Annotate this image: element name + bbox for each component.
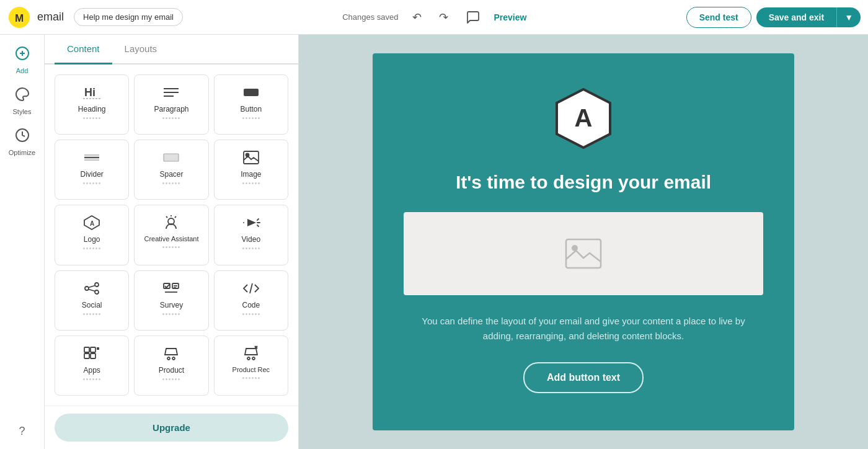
block-creative-dots (162, 246, 180, 248)
block-apps[interactable]: Apps (55, 336, 129, 396)
block-product-label: Product (159, 366, 184, 375)
block-spacer[interactable]: Spacer (134, 140, 208, 200)
button-icon (241, 84, 261, 101)
svg-rect-10 (244, 89, 259, 96)
survey-icon (161, 280, 181, 297)
block-video[interactable]: Video (214, 205, 288, 265)
apps-icon (82, 345, 102, 362)
block-apps-label: Apps (83, 366, 100, 375)
block-product[interactable]: Product (134, 336, 208, 396)
help-icon[interactable]: ? (14, 420, 30, 443)
code-icon (241, 280, 261, 297)
block-button-label: Button (240, 105, 262, 113)
svg-line-26 (89, 285, 95, 287)
svg-rect-37 (91, 353, 95, 358)
svg-line-27 (89, 289, 95, 291)
help-design-button[interactable]: Help me design my email (74, 8, 183, 26)
nav-optimize[interactable]: Optimize (4, 123, 41, 161)
product-rec-icon (241, 345, 261, 362)
save-exit-button[interactable]: Save and exit (756, 7, 837, 27)
block-creative-label: Creative Assistant (144, 235, 198, 242)
heading-icon: Hi (82, 84, 102, 101)
block-button-dots (242, 117, 260, 119)
block-button[interactable]: Button (214, 74, 288, 135)
svg-point-24 (85, 287, 89, 290)
svg-line-20 (257, 219, 259, 220)
app-name: email (37, 11, 64, 24)
canvas-area: A It's time to design your email You can… (299, 35, 868, 449)
image-placeholder-icon (565, 238, 602, 269)
block-paragraph-label: Paragraph (154, 105, 188, 113)
tab-content[interactable]: Content (55, 35, 112, 64)
nav-add[interactable]: Add (4, 41, 41, 79)
image-placeholder (404, 212, 763, 295)
blocks-grid: Hi Heading Paragraph (45, 64, 298, 406)
block-product-rec-dots (242, 377, 260, 379)
block-social-dots (83, 313, 100, 315)
palette-icon (15, 87, 30, 105)
nav-styles[interactable]: Styles (4, 82, 41, 120)
plus-circle-icon (15, 46, 30, 64)
spacer-icon (161, 149, 181, 166)
image-icon (241, 149, 261, 166)
block-logo-label: Logo (84, 235, 100, 244)
comment-button[interactable] (462, 7, 484, 27)
block-social-label: Social (82, 301, 102, 309)
svg-point-42 (252, 357, 255, 360)
svg-point-41 (247, 357, 250, 360)
nav-add-label: Add (16, 67, 29, 74)
svg-point-23 (95, 283, 99, 287)
content-panel: Content Layouts Hi Heading (45, 35, 299, 449)
hex-logo: A (549, 84, 618, 153)
block-divider[interactable]: Divider (55, 140, 129, 200)
undo-button[interactable]: ↶ (409, 8, 425, 27)
svg-text:A: A (90, 220, 94, 227)
svg-point-39 (167, 357, 170, 360)
topbar-center: Changes saved ↶ ↷ Preview (189, 7, 680, 27)
upgrade-button[interactable]: Upgrade (55, 414, 288, 442)
svg-point-16 (246, 154, 249, 157)
block-image[interactable]: Image (214, 140, 288, 200)
content-tabs: Content Layouts (45, 35, 298, 64)
svg-text:A: A (575, 104, 593, 131)
svg-rect-35 (91, 347, 95, 352)
svg-rect-38 (97, 347, 99, 350)
chart-icon (15, 128, 30, 146)
block-paragraph-dots (162, 117, 180, 119)
block-paragraph[interactable]: Paragraph (134, 74, 208, 135)
creative-assistant-icon (161, 214, 181, 231)
block-apps-dots (83, 378, 100, 380)
save-status: Changes saved (342, 12, 398, 22)
svg-line-22 (257, 225, 259, 226)
block-product-rec[interactable]: Product Rec (214, 336, 288, 396)
tab-layouts[interactable]: Layouts (112, 35, 170, 64)
block-code[interactable]: Code (214, 270, 288, 331)
svg-point-25 (95, 290, 99, 294)
block-heading-dots (83, 117, 100, 119)
preview-button[interactable]: Preview (494, 12, 527, 22)
block-survey-dots (162, 313, 180, 315)
mailchimp-logo: M (7, 6, 31, 29)
block-product-rec-label: Product Rec (232, 366, 270, 373)
svg-rect-34 (84, 347, 89, 352)
left-nav: Add Styles Optimize ? (0, 35, 45, 449)
block-survey[interactable]: Survey (134, 270, 208, 331)
block-video-dots (242, 247, 260, 249)
block-creative-assistant[interactable]: Creative Assistant (134, 205, 208, 265)
block-social[interactable]: Social (55, 270, 129, 331)
logo-icon: A (82, 214, 102, 231)
block-logo[interactable]: A Logo (55, 205, 129, 265)
save-exit-group: Save and exit ▼ (756, 7, 861, 27)
redo-button[interactable]: ↷ (435, 8, 452, 27)
save-exit-dropdown-button[interactable]: ▼ (836, 7, 861, 27)
svg-point-46 (572, 245, 578, 251)
block-product-dots (162, 378, 180, 380)
block-heading[interactable]: Hi Heading (55, 74, 129, 135)
block-divider-dots (83, 182, 100, 184)
topbar-right: Send test Save and exit ▼ (686, 7, 861, 28)
email-canvas: A It's time to design your email You can… (373, 53, 794, 430)
send-test-button[interactable]: Send test (686, 7, 751, 28)
divider-icon (82, 149, 102, 166)
svg-text:Hi: Hi (84, 86, 95, 99)
canvas-cta-button[interactable]: Add button text (523, 362, 644, 393)
